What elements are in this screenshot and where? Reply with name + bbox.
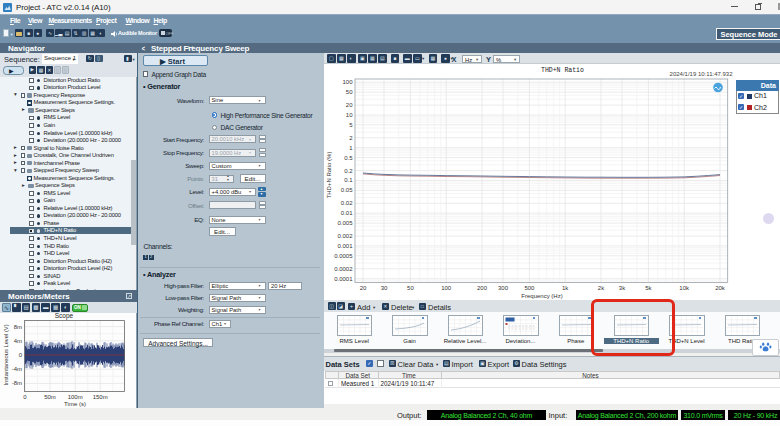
svg-text:300: 300 [498, 285, 509, 291]
svg-text:5: 5 [349, 122, 353, 128]
svg-text:5k: 5k [645, 285, 652, 291]
svg-text:-8m: -8m [12, 380, 22, 386]
svg-text:0: 0 [19, 352, 23, 358]
svg-text:Instantaneous Level (V): Instantaneous Level (V) [3, 324, 9, 385]
svg-text:0.05: 0.05 [341, 187, 353, 193]
svg-text:2: 2 [349, 135, 353, 141]
svg-text:0.01: 0.01 [341, 210, 353, 216]
svg-text:500: 500 [524, 285, 535, 291]
svg-text:-4m: -4m [12, 366, 22, 372]
svg-text:0.002: 0.002 [337, 233, 353, 239]
svg-text:8m: 8m [14, 324, 22, 330]
svg-text:0.0005: 0.0005 [334, 253, 353, 259]
svg-text:0.02: 0.02 [341, 200, 353, 206]
svg-text:200: 200 [477, 285, 488, 291]
svg-text:50: 50 [407, 285, 414, 291]
svg-text:1k: 1k [562, 285, 569, 291]
svg-text:10: 10 [346, 112, 353, 118]
svg-text:Time (s): Time (s) [64, 401, 86, 407]
svg-text:Frequency (Hz): Frequency (Hz) [521, 293, 562, 299]
svg-text:0.0001: 0.0001 [334, 276, 353, 282]
svg-text:3k: 3k [619, 285, 626, 291]
svg-text:1: 1 [349, 145, 353, 151]
svg-text:20: 20 [346, 102, 353, 108]
svg-text:2024/1/19 10:11:47.932: 2024/1/19 10:11:47.932 [670, 71, 734, 77]
svg-text:20: 20 [360, 285, 367, 291]
svg-text:0.005: 0.005 [337, 220, 353, 226]
svg-text:4m: 4m [14, 338, 22, 344]
svg-text:100m: 100m [68, 394, 83, 400]
svg-text:THD+N Ratio (%): THD+N Ratio (%) [326, 152, 332, 199]
svg-text:2k: 2k [598, 285, 605, 291]
svg-text:100: 100 [342, 79, 353, 85]
svg-text:THD+N Ratio: THD+N Ratio [541, 67, 584, 74]
svg-text:20k: 20k [715, 285, 726, 291]
svg-text:Scope: Scope [55, 312, 74, 320]
svg-text:0.0002: 0.0002 [334, 266, 353, 272]
svg-text:0.001: 0.001 [337, 243, 353, 249]
svg-text:0.2: 0.2 [344, 168, 353, 174]
svg-text:0.1: 0.1 [344, 177, 353, 183]
svg-text:50m: 50m [44, 394, 56, 400]
svg-text:0: 0 [23, 394, 27, 400]
svg-text:50: 50 [346, 89, 353, 95]
svg-text:100: 100 [441, 285, 452, 291]
svg-text:30: 30 [381, 285, 388, 291]
svg-text:150m: 150m [93, 394, 108, 400]
svg-text:0.5: 0.5 [344, 155, 353, 161]
svg-text:10k: 10k [679, 285, 690, 291]
